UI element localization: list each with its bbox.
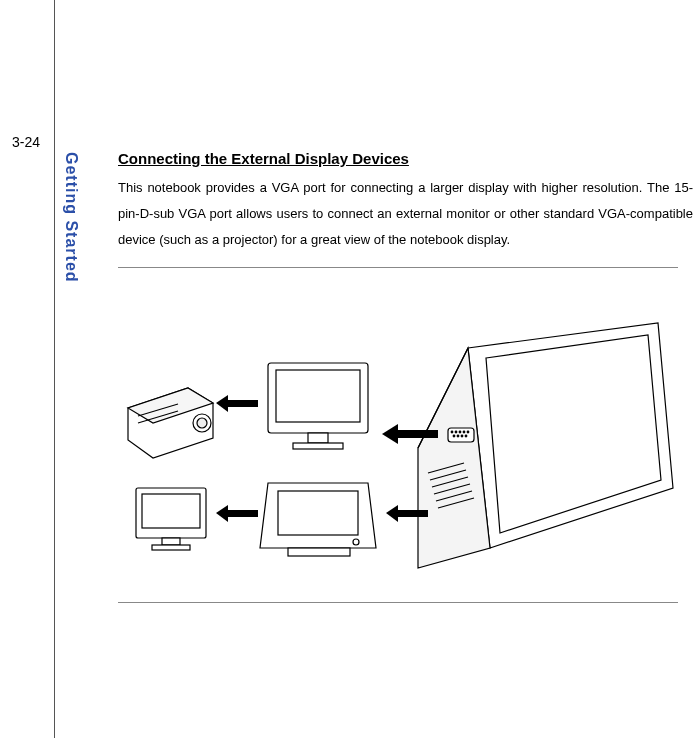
svg-point-25 — [197, 418, 207, 428]
main-content: Connecting the External Display Devices … — [118, 150, 693, 603]
svg-rect-21 — [293, 443, 343, 449]
arrow-icon — [216, 505, 258, 522]
svg-rect-38 — [152, 545, 190, 550]
vertical-divider — [54, 0, 55, 738]
divider-bottom — [118, 602, 678, 603]
svg-marker-23 — [216, 395, 228, 412]
svg-rect-33 — [228, 510, 258, 517]
svg-point-30 — [353, 539, 359, 545]
svg-marker-34 — [216, 505, 228, 522]
svg-rect-16 — [398, 430, 438, 438]
projector-icon — [128, 388, 213, 458]
svg-marker-32 — [386, 505, 398, 522]
svg-rect-20 — [308, 433, 328, 443]
svg-rect-29 — [288, 548, 350, 556]
svg-point-13 — [457, 435, 459, 437]
lcd-monitor-small-icon — [136, 488, 206, 550]
svg-rect-6 — [448, 428, 474, 442]
divider-top — [118, 267, 678, 268]
section-label: Getting Started — [62, 152, 80, 283]
arrow-icon — [216, 395, 258, 412]
connection-diagram — [118, 288, 678, 588]
svg-rect-37 — [162, 538, 180, 545]
svg-point-14 — [461, 435, 463, 437]
svg-point-7 — [451, 431, 453, 433]
notebook-icon — [418, 323, 673, 568]
svg-marker-17 — [382, 424, 398, 444]
svg-point-8 — [455, 431, 457, 433]
svg-point-12 — [453, 435, 455, 437]
svg-point-11 — [467, 431, 469, 433]
svg-rect-22 — [228, 400, 258, 407]
svg-point-15 — [465, 435, 467, 437]
svg-point-9 — [459, 431, 461, 433]
crt-monitor-icon — [260, 483, 376, 556]
body-paragraph: This notebook provides a VGA port for co… — [118, 175, 693, 253]
svg-rect-31 — [398, 510, 428, 517]
svg-rect-28 — [278, 491, 358, 535]
svg-rect-36 — [142, 494, 200, 528]
svg-point-10 — [463, 431, 465, 433]
page-number: 3-24 — [12, 134, 40, 150]
section-heading: Connecting the External Display Devices — [118, 150, 693, 167]
lcd-monitor-icon — [268, 363, 368, 449]
svg-rect-19 — [276, 370, 360, 422]
